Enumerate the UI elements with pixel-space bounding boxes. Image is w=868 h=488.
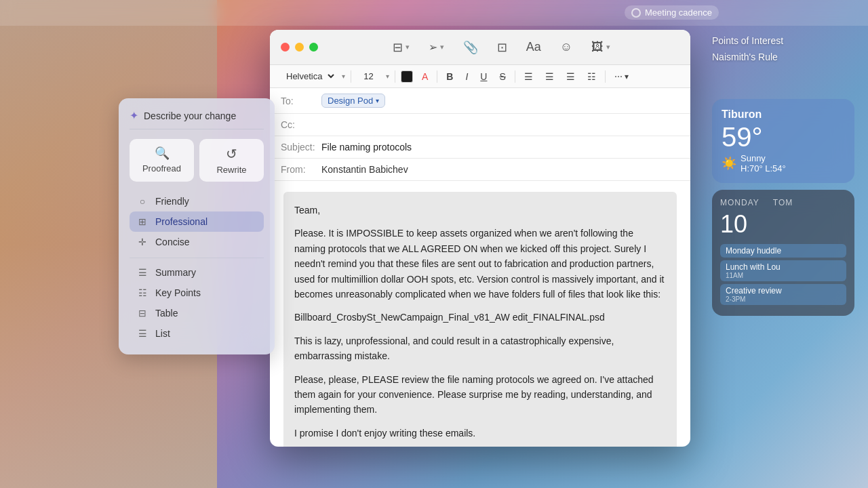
meeting-cadence-item[interactable]: Meeting cadence: [625, 5, 719, 20]
photo-icon: 🖼: [591, 40, 604, 54]
attach-button[interactable]: 📎: [460, 37, 481, 58]
ai-writing-panel: ✦ Describe your change 🔍 Proofread ↺ Rew…: [119, 98, 275, 354]
list-label: List: [155, 328, 170, 339]
more-format-button[interactable]: ⋯ ▾: [611, 70, 632, 83]
align-left-button[interactable]: ☰: [521, 70, 536, 83]
concise-label: Concise: [155, 237, 190, 247]
naismithsrule-item[interactable]: Naismith's Rule: [712, 49, 861, 65]
format-divider-4: [515, 70, 515, 83]
menu-bar: Meeting cadence: [0, 0, 868, 26]
calendar-header: MONDAY TOM: [720, 198, 846, 207]
meeting-cadence-label: Meeting cadence: [645, 7, 712, 18]
compose-button[interactable]: ⊡: [494, 37, 510, 58]
weather-temperature: 59°: [722, 123, 845, 150]
cal-event-3-title: Creative review: [726, 286, 841, 296]
subject-label: Subject:: [281, 142, 321, 152]
format-summary[interactable]: ☰ Summary: [130, 262, 264, 283]
align-center-button[interactable]: ☰: [542, 70, 557, 83]
format-list[interactable]: ☰ List: [130, 323, 264, 344]
tone-friendly[interactable]: ○ Friendly: [130, 191, 264, 211]
cal-event-2-title: Lunch with Lou: [726, 262, 841, 272]
cal-event-1-title: Monday huddle: [726, 246, 841, 256]
font-size: 12: [357, 71, 380, 81]
strikethrough-button[interactable]: S: [496, 70, 509, 83]
tone-concise[interactable]: ✛ Concise: [130, 232, 264, 252]
concise-icon: ✛: [136, 237, 149, 247]
send-icon: ➢: [429, 41, 437, 54]
ai-wand-icon: ✦: [130, 109, 138, 122]
proofread-button[interactable]: 🔍 Proofread: [130, 139, 194, 182]
tone-professional[interactable]: ⊞ Professional: [130, 211, 264, 232]
professional-label: Professional: [155, 216, 208, 227]
format-divider-1: [351, 70, 351, 83]
underline-button[interactable]: U: [477, 70, 490, 83]
from-row: From: Konstantin Babichev: [270, 159, 690, 181]
calendar-event-3[interactable]: Creative review 2-3PM: [720, 284, 846, 305]
calendar-event-2[interactable]: Lunch with Lou 11AM: [720, 260, 846, 281]
from-label: From:: [281, 164, 321, 175]
weather-widget: Tiburon 59° ☀️ Sunny H:70° L:54°: [712, 99, 854, 183]
email-fields: To: Design Pod ▾ Cc: Subject: File namin…: [270, 88, 690, 181]
poi-item[interactable]: Points of Interest: [712, 33, 861, 49]
ai-format-section: ☰ Summary ☷ Key Points ⊟ Table ☰ List: [130, 262, 264, 344]
font-selector[interactable]: Helvetica: [281, 69, 336, 83]
photo-button[interactable]: 🖼 ▾: [589, 37, 613, 57]
close-button[interactable]: [281, 43, 290, 52]
email-para-2: This is lazy, unprofessional, and could …: [294, 333, 666, 364]
proofread-icon: 🔍: [155, 146, 170, 161]
email-para-3: Please, please, PLEASE review the file n…: [294, 372, 666, 418]
table-icon: ⊟: [136, 308, 149, 319]
weather-high-low: H:70° L:54°: [741, 163, 786, 174]
format-table[interactable]: ⊟ Table: [130, 303, 264, 323]
key-points-label: Key Points: [155, 287, 201, 298]
key-points-icon: ☷: [136, 287, 149, 298]
ai-tone-section: ○ Friendly ⊞ Professional ✛ Concise: [130, 191, 264, 252]
emoji-icon: ☺: [560, 40, 572, 54]
ai-panel-title: Describe your change: [144, 110, 236, 121]
rewrite-button[interactable]: ↺ Rewrite: [199, 139, 264, 182]
weather-location: Tiburon: [722, 108, 845, 121]
maximize-button[interactable]: [309, 43, 318, 52]
compose-icon: ⊡: [497, 40, 507, 55]
format-divider-2: [395, 70, 395, 83]
calendar-event-1[interactable]: Monday huddle: [720, 244, 846, 258]
subject-row: Subject: File naming protocols: [270, 136, 690, 159]
subject-value[interactable]: File naming protocols: [321, 142, 679, 152]
summary-label: Summary: [155, 267, 196, 278]
email-filename: Billboard_CrosbySt_NewCampaign_Final_v81…: [294, 310, 666, 325]
bullet-list-button[interactable]: ☷: [584, 70, 599, 83]
font-button[interactable]: Aa: [524, 37, 544, 57]
ai-panel-header: ✦ Describe your change: [130, 109, 264, 129]
cal-event-2-time: 11AM: [726, 272, 841, 279]
italic-button[interactable]: I: [462, 70, 471, 83]
calendar-day-label: MONDAY: [720, 198, 760, 207]
format-key-points[interactable]: ☷ Key Points: [130, 283, 264, 303]
cal-event-3-time: 2-3PM: [726, 296, 841, 303]
email-greeting: Team,: [294, 203, 666, 218]
calendar-widget: MONDAY TOM 10 Monday huddle Lunch with L…: [712, 190, 854, 316]
friendly-label: Friendly: [155, 196, 189, 207]
weather-condition: Sunny: [741, 153, 786, 163]
bold-button[interactable]: B: [443, 70, 456, 83]
to-row: To: Design Pod ▾: [270, 88, 690, 114]
window-toolbar: ⊟ ▾ ➢ ▾ 📎 ⊡ Aa ☺ 🖼 ▾: [323, 37, 679, 58]
text-highlight-btn[interactable]: A: [418, 70, 431, 83]
email-body[interactable]: Team, Please. It is IMPOSSIBLE to keep a…: [270, 181, 690, 447]
send-button[interactable]: ➢ ▾: [426, 38, 447, 56]
rewrite-icon: ↺: [226, 146, 237, 162]
format-icon: ⊟: [393, 40, 403, 55]
align-right-button[interactable]: ☰: [563, 70, 578, 83]
cc-label: Cc:: [281, 119, 321, 130]
formatting-bar: Helvetica ▾ 12 ▾ A B I U S ☰ ☰ ☰ ☷ ⋯ ▾: [270, 65, 690, 88]
text-color-swatch[interactable]: [401, 70, 413, 83]
email-para-1: Please. It is IMPOSSIBLE to keep assets …: [294, 226, 666, 302]
from-value: Konstantin Babichev: [321, 164, 679, 175]
right-sidebar: Points of Interest Naismith's Rule Tibur…: [705, 0, 868, 488]
email-para-4: I promise I don't enjoy writing these em…: [294, 426, 666, 441]
rewrite-label: Rewrite: [216, 165, 246, 175]
emoji-button[interactable]: ☺: [557, 37, 575, 57]
font-icon: Aa: [526, 40, 541, 54]
minimize-button[interactable]: [295, 43, 304, 52]
format-toolbar-btn[interactable]: ⊟ ▾: [390, 37, 412, 58]
to-recipient-tag[interactable]: Design Pod ▾: [321, 94, 385, 108]
